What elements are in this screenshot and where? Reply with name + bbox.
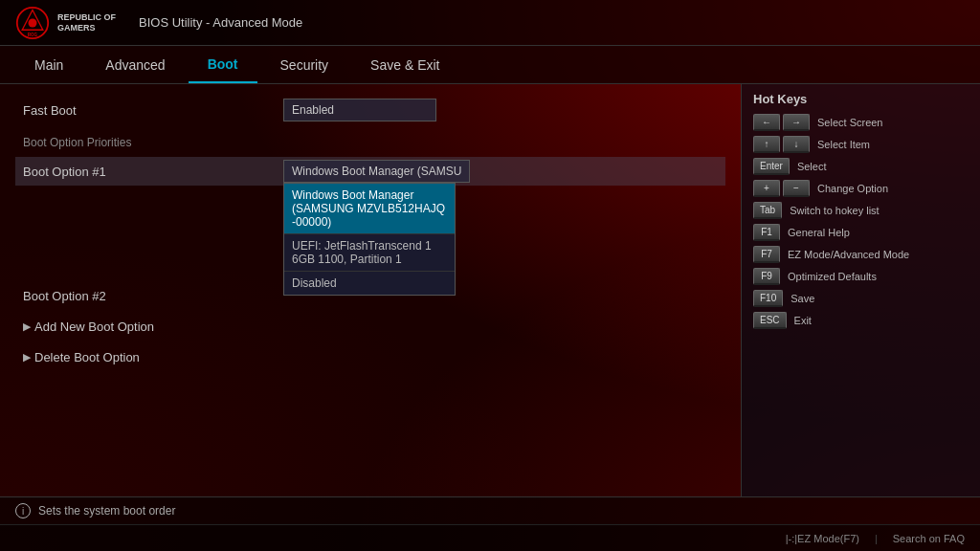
boot-option1-label: Boot Option #1 (15, 161, 283, 183)
hotkey-select-item: ↑ ↓ Select Item (753, 136, 969, 153)
hotkey-change-option: + − Change Option (753, 180, 969, 197)
key-down-arrow: ↓ (783, 136, 810, 153)
hotkey-f1-label: General Help (788, 227, 850, 238)
hotkey-tab: Tab Switch to hokey list (753, 202, 969, 219)
boot-priorities-label: Boot Option Priorities (15, 130, 725, 151)
logo: ROG REPUBLIC OF GAMERS (15, 6, 116, 40)
key-f9: F9 (753, 268, 780, 285)
hotkey-change-option-keys: + − (753, 180, 810, 197)
key-right-arrow: → (783, 114, 810, 131)
hotkey-select: Enter Select (753, 158, 969, 175)
key-f1: F1 (753, 224, 780, 241)
hotkey-f9-keys: F9 (753, 268, 780, 285)
add-boot-option-row[interactable]: ▶ Add New Boot Option (15, 312, 725, 341)
hotkeys-title: Hot Keys (753, 92, 969, 106)
hotkey-select-screen-label: Select Screen (817, 117, 882, 128)
key-left-arrow: ← (753, 114, 780, 131)
hotkey-tab-keys: Tab (753, 202, 782, 219)
dropdown-item-disabled[interactable]: Disabled (284, 272, 455, 295)
hotkey-select-label: Select (797, 161, 827, 172)
hotkey-select-item-keys: ↑ ↓ (753, 136, 810, 153)
boot-option-dropdown[interactable]: Windows Boot Manager (SAMSUNG MZVLB512HA… (283, 183, 456, 296)
key-esc: ESC (753, 312, 787, 329)
nav-item-save-exit[interactable]: Save & Exit (351, 46, 458, 83)
hotkey-esc-label: Exit (794, 315, 812, 326)
hotkey-f1: F1 General Help (753, 224, 969, 241)
hotkeys-panel: Hot Keys ← → Select Screen ↑ ↓ Select It… (741, 84, 980, 496)
hotkey-change-option-label: Change Option (817, 183, 888, 194)
fast-boot-row: Fast Boot Enabled (15, 96, 725, 124)
hotkey-f7-keys: F7 (753, 246, 780, 263)
hotkey-f7: F7 EZ Mode/Advanced Mode (753, 246, 969, 263)
hotkey-select-keys: Enter (753, 158, 790, 175)
boot-priorities-row: Boot Option Priorities (15, 126, 725, 155)
footer-ez-mode[interactable]: |-:|EZ Mode(F7) (786, 533, 859, 544)
key-plus: + (753, 180, 780, 197)
nav-item-boot[interactable]: Boot (189, 46, 257, 83)
add-arrow-icon: ▶ (23, 320, 31, 333)
rog-logo-icon: ROG (15, 6, 50, 40)
fast-boot-label: Fast Boot (15, 99, 283, 121)
boot-option1-row[interactable]: Boot Option #1 Windows Boot Manager (SAM… (15, 157, 725, 186)
hotkey-esc: ESC Exit (753, 312, 969, 329)
delete-arrow-icon: ▶ (23, 351, 31, 364)
key-f10: F10 (753, 290, 783, 307)
key-up-arrow: ↑ (753, 136, 780, 153)
key-f7: F7 (753, 246, 780, 263)
delete-boot-option-label: Delete Boot Option (34, 350, 140, 364)
footer: |-:|EZ Mode(F7) | Search on FAQ (0, 524, 980, 551)
info-bar: i Sets the system boot order (0, 496, 980, 524)
header-title: BIOS Utility - Advanced Mode (139, 15, 302, 30)
hotkey-select-item-label: Select Item (817, 139, 870, 150)
footer-divider: | (875, 533, 878, 544)
nav-item-main[interactable]: Main (15, 46, 82, 83)
key-minus: − (783, 180, 810, 197)
logo-text: REPUBLIC OF GAMERS (57, 12, 116, 33)
delete-boot-option-item[interactable]: ▶ Delete Boot Option (15, 346, 147, 368)
hotkey-select-screen: ← → Select Screen (753, 114, 969, 131)
hotkey-tab-label: Switch to hokey list (790, 205, 880, 216)
header: ROG REPUBLIC OF GAMERS BIOS Utility - Ad… (0, 0, 980, 46)
add-boot-option-item[interactable]: ▶ Add New Boot Option (15, 316, 162, 338)
hotkey-f10-keys: F10 (753, 290, 783, 307)
info-text: Sets the system boot order (38, 504, 175, 518)
key-enter: Enter (753, 158, 790, 175)
hotkey-select-screen-keys: ← → (753, 114, 810, 131)
svg-text:ROG: ROG (28, 33, 38, 37)
nav-item-security[interactable]: Security (261, 46, 348, 83)
add-boot-option-label: Add New Boot Option (34, 320, 154, 334)
info-icon: i (15, 503, 31, 518)
hotkey-f10-label: Save (791, 293, 814, 304)
hotkey-f1-keys: F1 (753, 224, 780, 241)
dropdown-item-windows[interactable]: Windows Boot Manager (SAMSUNG MZVLB512HA… (284, 184, 455, 234)
dropdown-item-uefi[interactable]: UEFI: JetFlashTranscend 1 6GB 1100, Part… (284, 234, 455, 272)
fast-boot-value[interactable]: Enabled (283, 99, 436, 121)
left-panel: Fast Boot Enabled Boot Option Priorities… (0, 84, 741, 496)
main-layout: Fast Boot Enabled Boot Option Priorities… (0, 84, 980, 496)
delete-boot-option-row[interactable]: ▶ Delete Boot Option (15, 342, 725, 371)
hotkey-esc-keys: ESC (753, 312, 787, 329)
svg-point-2 (29, 18, 37, 27)
hotkey-f9-label: Optimized Defaults (788, 271, 877, 282)
hotkey-f10: F10 Save (753, 290, 969, 307)
footer-search-faq[interactable]: Search on FAQ (893, 533, 965, 544)
nav-bar: Main Advanced Boot Security Save & Exit (0, 46, 980, 84)
nav-item-advanced[interactable]: Advanced (86, 46, 184, 83)
key-tab: Tab (753, 202, 782, 219)
boot-option2-label: Boot Option #2 (15, 285, 283, 307)
hotkey-f9: F9 Optimized Defaults (753, 268, 969, 285)
boot-option1-value[interactable]: Windows Boot Manager (SAMSU (283, 160, 470, 183)
hotkey-f7-label: EZ Mode/Advanced Mode (788, 249, 909, 260)
